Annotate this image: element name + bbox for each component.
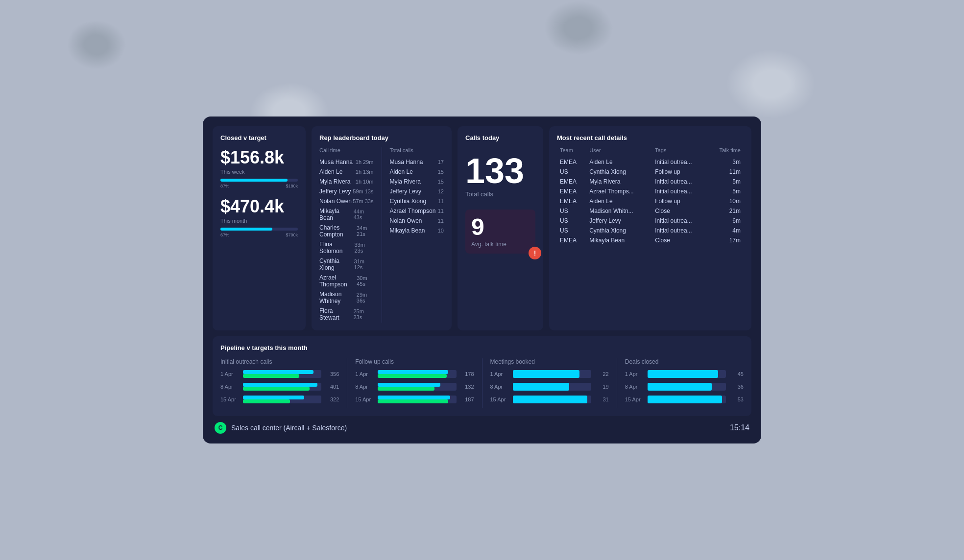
table-row: USMadison Whitn...Close21m xyxy=(557,206,744,216)
month-pct: 67% xyxy=(220,233,229,237)
pipeline-bars xyxy=(513,383,591,391)
pipeline-bars xyxy=(378,370,456,378)
pipeline-row: 15 Apr 322 xyxy=(220,396,339,403)
closed-target-card: Closed v target $156.8k This week 87% $1… xyxy=(213,126,306,330)
week-pct: 87% xyxy=(220,184,229,188)
pipeline-col-outreach: Initial outreach calls 1 Apr 356 8 Apr xyxy=(220,358,339,408)
pipeline-row: 8 Apr 36 xyxy=(625,383,744,391)
closed-target-title: Closed v target xyxy=(220,134,298,141)
pipeline-col-outreach-title: Initial outreach calls xyxy=(220,358,339,365)
footer: C Sales call center (Aircall + Salesforc… xyxy=(213,422,751,434)
pipeline-col-followup-title: Follow up calls xyxy=(355,358,474,365)
pipeline-bars xyxy=(243,370,321,378)
week-target: $180k xyxy=(286,184,298,188)
month-progress-bar xyxy=(220,228,298,231)
pipeline-row: 15 Apr 187 xyxy=(355,396,474,403)
pipeline-bars xyxy=(648,370,726,378)
col-user: User xyxy=(586,147,652,157)
total-calls-col: Total calls Musa Hanna17 Aiden Le15 Myla… xyxy=(390,147,444,323)
table-row: EMEAMikayla BeanClose17m xyxy=(557,235,744,245)
calls-today-card: Calls today 133 Total calls 9 Avg. talk … xyxy=(458,126,543,330)
alert-icon[interactable]: ! xyxy=(529,247,541,259)
month-label: This month xyxy=(220,218,298,224)
pipeline-bars xyxy=(648,396,726,403)
calls-total-label: Total calls xyxy=(465,190,535,198)
pipeline-bars xyxy=(513,396,591,403)
list-item: Mikayla Bean44m 43s xyxy=(319,206,374,223)
table-row: EMEAMyla RiveraInitial outrea...5m xyxy=(557,177,744,187)
col-team: Team xyxy=(557,147,586,157)
table-row: USCynthia XiongInitial outrea...4m xyxy=(557,226,744,235)
calls-avg-label: Avg. talk time xyxy=(471,241,530,248)
list-item: Myla Rivera15 xyxy=(390,177,444,187)
total-calls-rows: Musa Hanna17 Aiden Le15 Myla Rivera15 Je… xyxy=(390,157,444,235)
list-item: Azrael Thompson30m 45s xyxy=(319,273,374,289)
pipeline-section: Pipeline v targets this month Initial ou… xyxy=(213,336,751,416)
call-time-rows: Musa Hanna1h 29m Aiden Le1h 13m Myla Riv… xyxy=(319,157,374,323)
list-item: Elina Solomon33m 23s xyxy=(319,239,374,256)
list-item: Madison Whitney29m 36s xyxy=(319,289,374,306)
pipeline-bars xyxy=(378,396,456,403)
list-item: Jeffery Levy59m 13s xyxy=(319,187,374,196)
table-row: EMEAAiden LeInitial outrea...3m xyxy=(557,157,744,167)
calls-avg-number: 9 xyxy=(471,215,530,239)
recent-calls-tbody: EMEAAiden LeInitial outrea...3m USCynthi… xyxy=(557,157,744,245)
leaderboard-divider xyxy=(382,147,382,323)
table-row: USCynthia XiongFollow up11m xyxy=(557,167,744,177)
pipeline-col-deals: Deals closed 1 Apr 45 8 Apr 36 xyxy=(625,358,744,408)
list-item: Nolan Owen11 xyxy=(390,216,444,226)
footer-brand: C Sales call center (Aircall + Salesforc… xyxy=(215,422,347,434)
list-item: Cynthia Xiong31m 12s xyxy=(319,256,374,273)
col-tags: Tags xyxy=(652,147,708,157)
dashboard: Closed v target $156.8k This week 87% $1… xyxy=(203,117,761,443)
pipeline-row: 15 Apr 31 xyxy=(490,396,609,403)
list-item: Aiden Le1h 13m xyxy=(319,167,374,177)
top-row: Closed v target $156.8k This week 87% $1… xyxy=(213,126,751,330)
table-row: EMEAAiden LeFollow up10m xyxy=(557,196,744,206)
pipeline-row: 1 Apr 178 xyxy=(355,370,474,378)
leaderboard-card: Rep leaderboard today Call time Musa Han… xyxy=(312,126,452,330)
pipeline-title: Pipeline v targets this month xyxy=(220,344,744,351)
pipeline-divider xyxy=(347,358,347,408)
week-value: $156.8k xyxy=(220,147,298,168)
pipeline-col-meetings-title: Meetings booked xyxy=(490,358,609,365)
pipeline-bars xyxy=(243,396,321,403)
table-row: USJeffery LevyInitial outrea...6m xyxy=(557,216,744,226)
month-progress-fill xyxy=(220,228,272,231)
calls-today-title: Calls today xyxy=(465,134,535,141)
table-row: EMEAAzrael Thomps...Initial outrea...5m xyxy=(557,187,744,196)
pipeline-col-meetings: Meetings booked 1 Apr 22 8 Apr 19 xyxy=(490,358,609,408)
pipeline-col-deals-title: Deals closed xyxy=(625,358,744,365)
pipeline-bars xyxy=(378,383,456,391)
week-label: This week xyxy=(220,169,298,175)
calls-avg-box: 9 Avg. talk time ! xyxy=(465,210,535,254)
footer-title: Sales call center (Aircall + Salesforce) xyxy=(231,424,347,432)
list-item: Flora Stewart25m 23s xyxy=(319,306,374,323)
list-item: Jeffery Levy12 xyxy=(390,187,444,196)
pipeline-divider xyxy=(617,358,617,408)
pipeline-bars xyxy=(513,370,591,378)
leaderboard-title: Rep leaderboard today xyxy=(319,134,444,141)
list-item: Charles Compton34m 21s xyxy=(319,223,374,239)
list-item: Mikayla Bean10 xyxy=(390,226,444,235)
pipeline-row: 8 Apr 132 xyxy=(355,383,474,391)
brand-icon: C xyxy=(215,422,226,434)
list-item: Azrael Thompson11 xyxy=(390,206,444,216)
pipeline-row: 8 Apr 401 xyxy=(220,383,339,391)
pipeline-col-followup: Follow up calls 1 Apr 178 8 Apr xyxy=(355,358,474,408)
week-progress-fill xyxy=(220,179,288,182)
pipeline-bars xyxy=(648,383,726,391)
list-item: Nolan Owen57m 33s xyxy=(319,196,374,206)
list-item: Musa Hanna17 xyxy=(390,157,444,167)
month-progress-labels: 67% $700k xyxy=(220,233,298,237)
recent-calls-title: Most recent call details xyxy=(557,134,744,141)
month-target: $700k xyxy=(286,233,298,237)
recent-calls-table: Team User Tags Talk time EMEAAiden LeIni… xyxy=(557,147,744,245)
call-time-header: Call time xyxy=(319,147,374,153)
call-time-col: Call time Musa Hanna1h 29m Aiden Le1h 13… xyxy=(319,147,374,323)
leaderboard-inner: Call time Musa Hanna1h 29m Aiden Le1h 13… xyxy=(319,147,444,323)
pipeline-row: 15 Apr 53 xyxy=(625,396,744,403)
total-calls-header: Total calls xyxy=(390,147,444,153)
col-time: Talk time xyxy=(708,147,744,157)
calls-total: 133 xyxy=(465,153,535,188)
